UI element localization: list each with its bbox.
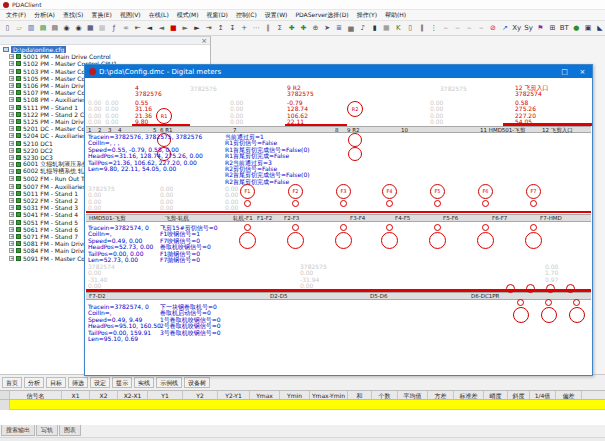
print-icon[interactable]: ▤ <box>49 22 60 34</box>
digital-meters-titlebar[interactable]: D:\pda\Config.dmc - Digital meters □ × <box>85 65 592 78</box>
new-icon[interactable]: ▯ <box>2 22 13 34</box>
column-header[interactable]: 峭度 <box>484 391 508 399</box>
column-header[interactable]: 偏差 <box>556 391 582 399</box>
pause-icon[interactable]: ∥ <box>417 22 428 34</box>
trend-icon[interactable]: ↗ <box>499 22 510 34</box>
record-icon[interactable]: ■ <box>168 22 179 34</box>
expand-icon[interactable]: + <box>9 155 14 160</box>
disk2-icon[interactable]: ▣ <box>583 22 594 34</box>
analysis-tab[interactable]: 目标 <box>46 377 66 388</box>
expand-icon[interactable]: + <box>9 256 14 261</box>
fx-icon[interactable]: ƒ <box>109 22 120 34</box>
pointer-icon[interactable]: ➤ <box>322 22 333 34</box>
analysis-tab[interactable]: 实线 <box>134 377 154 388</box>
analysis-tab[interactable]: 分析 <box>24 377 44 388</box>
column-header[interactable]: 和 <box>348 391 372 399</box>
expand-icon[interactable]: + <box>9 248 14 253</box>
save-icon[interactable]: ▥ <box>26 22 37 34</box>
column-header[interactable]: X1 <box>62 391 90 399</box>
k-chart-icon[interactable]: K <box>393 22 404 34</box>
bt-icon[interactable]: BT <box>559 22 570 34</box>
output-tab[interactable]: 图表 <box>59 425 81 436</box>
export-icon[interactable]: ▤ <box>38 22 49 34</box>
filter-icon[interactable]: ▩ <box>97 22 108 34</box>
note-icon[interactable]: ♪ <box>357 22 368 34</box>
menu-item[interactable]: 控制(C) <box>232 11 261 20</box>
menu-item[interactable]: 在线(L) <box>145 11 173 20</box>
tree-root-item[interactable]: D:\pda\online.cfg <box>2 46 210 53</box>
column-header[interactable]: 个数 <box>372 391 398 399</box>
green-dot-icon[interactable]: ● <box>571 22 582 34</box>
menu-item[interactable]: 置换(E) <box>87 11 115 20</box>
close-icon[interactable]: × <box>201 37 207 45</box>
hline1-icon[interactable]: ‒ <box>440 22 451 34</box>
list-icon[interactable]: ≣ <box>334 22 345 34</box>
expand-icon[interactable]: + <box>9 169 14 174</box>
expand-icon[interactable]: + <box>9 162 14 167</box>
grid-icon[interactable]: ⊞ <box>547 22 558 34</box>
expand-icon[interactable]: + <box>9 119 14 124</box>
menu-item[interactable]: 分析(A) <box>30 11 59 20</box>
menu-item[interactable]: 视窗(D) <box>203 11 232 20</box>
page-up-icon[interactable]: ↥ <box>215 22 226 34</box>
next-frame-icon[interactable]: ► <box>180 22 191 34</box>
prev-frame-icon[interactable]: ◄ <box>156 22 167 34</box>
menu-item[interactable]: 模式(M) <box>173 11 203 20</box>
link-icon[interactable]: ∞ <box>120 22 131 34</box>
expand-icon[interactable]: + <box>9 227 14 232</box>
analysis-tab[interactable]: 筛选 <box>68 377 88 388</box>
menu-item[interactable]: PDAServer选择(D) <box>291 11 352 20</box>
column-header[interactable]: 斜度 <box>508 391 530 399</box>
column-header[interactable]: 信号名 <box>10 391 62 399</box>
first-frame-icon[interactable]: ⇤ <box>132 22 143 34</box>
page-down-icon[interactable]: ↧ <box>227 22 238 34</box>
analysis-tab[interactable]: 设定 <box>90 377 110 388</box>
menu-item[interactable]: 视图(V) <box>116 11 145 20</box>
expand-icon[interactable]: + <box>9 241 14 246</box>
expand-icon[interactable]: + <box>9 184 14 189</box>
hline4-icon[interactable]: ‒ <box>476 22 487 34</box>
selected-signal-row[interactable] <box>0 400 605 410</box>
app-titlebar[interactable]: PDAClient <box>0 0 605 10</box>
analysis-tab[interactable]: 设备树 <box>184 377 210 388</box>
find-icon[interactable]: ◉ <box>61 22 72 34</box>
more-icon[interactable]: ⋮ <box>428 22 439 34</box>
expand-icon[interactable]: + <box>9 141 14 146</box>
find-next-icon[interactable]: ◉ <box>73 22 84 34</box>
marker-icon[interactable]: ✚ <box>286 22 297 34</box>
menu-item[interactable]: 文件(F) <box>2 11 30 20</box>
bar-icon[interactable]: ▮ <box>369 22 380 34</box>
expand-icon[interactable]: + <box>9 83 14 88</box>
column-header[interactable]: 标准差 <box>454 391 484 399</box>
maximize-button[interactable]: □ <box>557 66 572 77</box>
expand-icon[interactable]: + <box>9 105 14 110</box>
column-header[interactable]: Ymax <box>250 391 280 399</box>
output-tab[interactable]: 搜索输出 <box>1 425 35 436</box>
monitor-icon[interactable]: ▦ <box>85 22 96 34</box>
horn-icon[interactable]: ◣ <box>595 22 605 34</box>
expand-icon[interactable]: + <box>9 198 14 203</box>
expand-icon[interactable]: + <box>9 176 14 181</box>
image-icon[interactable]: ▦ <box>381 22 392 34</box>
expand-icon[interactable]: + <box>9 61 14 66</box>
sum-icon[interactable]: Σ <box>274 22 285 34</box>
menu-item[interactable]: 操作(Y) <box>353 11 381 20</box>
analysis-tab[interactable]: 首页 <box>2 377 22 388</box>
dual-cursor-icon[interactable]: ∥ <box>263 22 274 34</box>
expand-icon[interactable]: + <box>9 97 14 102</box>
column-header[interactable]: Y2 <box>183 391 218 399</box>
open-icon[interactable]: ▱ <box>14 22 25 34</box>
chart-icon[interactable]: ▅ <box>345 22 356 34</box>
crosshair-icon[interactable]: + <box>239 22 250 34</box>
tree-item[interactable]: + 5001 PM - Main Drive Control <box>2 53 210 60</box>
expand-icon[interactable]: + <box>9 220 14 225</box>
row-selector-cell[interactable] <box>0 400 10 410</box>
expand-icon[interactable]: + <box>9 69 14 74</box>
column-header[interactable]: X2-X1 <box>118 391 148 399</box>
expand-icon[interactable]: + <box>9 191 14 196</box>
marker2-icon[interactable]: ✚ <box>298 22 309 34</box>
expand-icon[interactable]: + <box>9 205 14 210</box>
column-header[interactable]: 平均值 <box>398 391 428 399</box>
flag-icon[interactable]: ⚑ <box>535 22 546 34</box>
column-header[interactable]: 1/4值 <box>530 391 556 399</box>
